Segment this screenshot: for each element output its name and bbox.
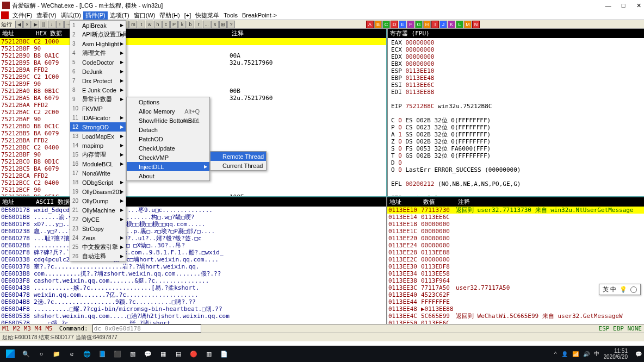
menu-item[interactable]: InjectDLL▶ bbox=[127, 162, 209, 171]
menu-item[interactable]: 18ODbgScript▶ bbox=[70, 178, 126, 187]
taskbar-app2[interactable]: ⬛ bbox=[110, 346, 125, 361]
dump-row[interactable]: 0E60D1B8.......渝.v□c....................… bbox=[0, 214, 386, 221]
taskbar-explorer[interactable]: 📁 bbox=[49, 346, 64, 361]
dump-row[interactable]: 0E60D1F8xD?...y□..pv?tv?tv?绳..x□?棂□□棂□□棂… bbox=[0, 221, 386, 228]
taskbar-cortana[interactable]: ○ bbox=[34, 346, 49, 361]
menu-item[interactable]: 22OlyCE▶ bbox=[70, 215, 126, 224]
toolbar-btn-19[interactable]: P bbox=[170, 21, 178, 28]
toolbar-btn-14[interactable]: m bbox=[129, 21, 137, 28]
toolbar-btn-22[interactable]: r bbox=[195, 21, 202, 28]
toolbar-rbtn-2[interactable]: C bbox=[382, 21, 390, 28]
menu-item[interactable]: 19OllyDisasm201▶ bbox=[70, 187, 126, 196]
dump-row[interactable]: 0E60D2F8碑?碑?兵?.`□?舰□□舰□□舰□□□ok.com..9.B.… bbox=[0, 249, 386, 256]
menu-item[interactable]: 7Drx Protect▶ bbox=[70, 76, 126, 85]
menu-item[interactable]: 26自动注释▶ bbox=[70, 252, 126, 261]
toolbar-rbtn-6[interactable]: G bbox=[415, 21, 423, 28]
toolbar-rbtn-9[interactable]: J bbox=[439, 21, 447, 28]
menu-item[interactable]: 8E Junk Code▶ bbox=[70, 85, 126, 95]
tray-sound-icon[interactable]: 🔊 bbox=[583, 351, 590, 357]
menu-item[interactable]: CheckVMP bbox=[127, 153, 209, 162]
menu-options[interactable]: 选项(T) bbox=[108, 11, 132, 20]
toolbar-btn-21[interactable]: b bbox=[187, 21, 194, 28]
stack-row[interactable]: 0113EE140113EE6C bbox=[387, 214, 644, 221]
notifications-icon[interactable]: 💬 bbox=[635, 351, 642, 357]
menu-tools[interactable]: Tools bbox=[221, 12, 240, 18]
toolbar-rbtn-8[interactable]: I bbox=[431, 21, 439, 28]
toolbar-btn-23[interactable]: ... bbox=[203, 21, 210, 28]
taskbar-app4[interactable]: ▤ bbox=[171, 346, 186, 361]
dump-row[interactable]: 0E60D338cdq4pculc22...........弦?.c□埔hort… bbox=[0, 256, 386, 263]
toolbar-btn-20[interactable]: k bbox=[178, 21, 186, 28]
menu-debug[interactable]: 调试(D) bbox=[59, 11, 83, 20]
stack-row[interactable]: 0113EE2000000000 bbox=[387, 235, 644, 242]
toolbar-btn-4[interactable]: ↓ bbox=[48, 21, 55, 28]
stack-row[interactable]: 0113EE1077113730返回到 user32.77113730 来自 w… bbox=[387, 207, 644, 214]
menu-item[interactable]: 16ModuleBCL▶ bbox=[70, 159, 126, 168]
menu-file[interactable]: 文件(F) bbox=[10, 11, 34, 20]
toolbar-btn-25[interactable]: ⊞ bbox=[219, 21, 227, 28]
dump-row[interactable]: 0E60D278...耻?攘?攘?黍□.[□埔H? 潜□PJ?..u1?..婿?… bbox=[0, 235, 386, 242]
dump-row[interactable]: 0E60D3B8com..........扤?.?埔zshort.weixin.… bbox=[0, 270, 386, 277]
disasm-row[interactable]: 75212B9A FFD2 bbox=[0, 66, 386, 73]
start-button[interactable] bbox=[2, 346, 18, 362]
toolbar-btn-0[interactable]: ◀ bbox=[15, 21, 23, 28]
disasm-row[interactable]: 75212B8F 90 bbox=[0, 45, 386, 52]
toolbar-btn-18[interactable]: c bbox=[162, 21, 170, 28]
menu-item[interactable]: 25中文搜索引擎▶ bbox=[70, 242, 126, 252]
toolbar-btn-15[interactable]: t bbox=[138, 21, 145, 28]
dump-row[interactable]: 0E60D378室?.?c...................岩?.?堝hor… bbox=[0, 263, 386, 270]
menu-item[interactable]: 21OllyMachine▶ bbox=[70, 205, 126, 215]
toolbar-btn-17[interactable]: h bbox=[154, 21, 162, 28]
menu-help[interactable]: 帮助(H) bbox=[157, 11, 182, 20]
menu-item[interactable]: Detach bbox=[127, 125, 209, 134]
menu-item[interactable]: 24Zeus▶ bbox=[70, 233, 126, 242]
tray-people-icon[interactable]: 👤 bbox=[561, 351, 568, 357]
menu-item[interactable]: About bbox=[127, 171, 209, 180]
stack-row[interactable]: 0113EE300113EDF8 bbox=[387, 263, 644, 270]
strongod-submenu[interactable]: OptionsAlloc MemoryAlt+QShow/Hide Bottom… bbox=[126, 97, 210, 181]
disasm-row[interactable]: 75212B90 B8 0A1C00A bbox=[0, 52, 386, 59]
taskbar-app3[interactable]: ▦ bbox=[156, 346, 171, 361]
menu-item[interactable]: 13LoadMapEx▶ bbox=[70, 132, 126, 141]
menu-item[interactable]: 11IDAFicator▶ bbox=[70, 113, 126, 122]
toolbar-btn-5[interactable]: ↑ bbox=[56, 21, 64, 28]
menu-plugins[interactable]: 插件(P) bbox=[83, 11, 108, 20]
tray-net-icon[interactable]: 📶 bbox=[572, 351, 579, 357]
taskbar-edge[interactable]: e bbox=[64, 346, 79, 361]
toolbar-rbtn-0[interactable]: A bbox=[366, 21, 374, 28]
menu-item[interactable]: 4清理文件▶ bbox=[70, 48, 126, 58]
toolbar-btn-24[interactable]: s bbox=[211, 21, 219, 28]
dump-row[interactable]: 0E60D238扈..y□?...?J]hG? ?..........p.裹□.… bbox=[0, 228, 386, 235]
stack-row[interactable]: 0113EE340113EE58 bbox=[387, 270, 644, 277]
taskbar-chrome[interactable]: 🌐 bbox=[79, 346, 95, 361]
stack-body[interactable]: 0113EE1077113730返回到 user32.77113730 来自 w… bbox=[387, 207, 644, 324]
toolbar-rbtn-7[interactable]: H bbox=[423, 21, 431, 28]
menu-item[interactable]: Alloc MemoryAlt+Q bbox=[127, 107, 209, 116]
toolbar-rbtn-1[interactable]: B bbox=[374, 21, 382, 28]
stack-row[interactable]: 0113EE500113EE6C bbox=[387, 320, 644, 324]
stack-row[interactable]: 0113EE2C00000000 bbox=[387, 256, 644, 263]
menu-quick[interactable]: 快捷菜单 bbox=[193, 11, 221, 20]
menu-item[interactable]: 23StrCopy bbox=[70, 224, 126, 233]
toolbar-rbtn-3[interactable]: D bbox=[391, 21, 398, 28]
stack-row[interactable]: 0113EE2400000000 bbox=[387, 242, 644, 249]
taskbar-wechat[interactable]: 💬 bbox=[140, 346, 156, 361]
menu-item[interactable]: 5CodeDoctor▶ bbox=[70, 58, 126, 67]
dump-row[interactable]: 0E60D578....□拨.?c.................怅.?堵js… bbox=[0, 320, 386, 324]
dump-row[interactable]: 0E60D438..........-嫉.?c.................… bbox=[0, 284, 386, 291]
taskbar-app1[interactable]: 📘 bbox=[95, 346, 110, 361]
toolbar-rbtn-13[interactable]: N bbox=[472, 21, 480, 28]
toolbar-rbtn-4[interactable]: E bbox=[399, 21, 406, 28]
dump-row[interactable]: 0E60D538shshort.weixin.qq.com.....□治?堝h2… bbox=[0, 313, 386, 320]
dump-row[interactable]: 0E60D178wxid_5dqcdq4pculc22..........枣9.… bbox=[0, 207, 386, 214]
disasm-row[interactable]: 75212BD0 B8 0E1C100E bbox=[0, 194, 386, 196]
disasm-row[interactable]: 75212B95 BA 607932u.75217960 bbox=[0, 59, 386, 66]
dump-row[interactable]: 0E60D2B8.....................?.□撵□ □X恸□.… bbox=[0, 242, 386, 249]
stack-row[interactable]: 0113EE280113EE88 bbox=[387, 249, 644, 256]
dump-row[interactable]: 0E60D4F8..........□耀.??cgi-bin/micromsg-… bbox=[0, 305, 386, 313]
taskbar-vs[interactable]: ▧ bbox=[125, 346, 140, 361]
menu-item[interactable]: 2API断点设置工具▶ bbox=[70, 30, 126, 39]
menu-item[interactable]: 20OllyDump▶ bbox=[70, 196, 126, 205]
menu-item[interactable]: Options bbox=[127, 97, 209, 107]
menu-item[interactable]: 10FKVMP bbox=[70, 104, 126, 113]
